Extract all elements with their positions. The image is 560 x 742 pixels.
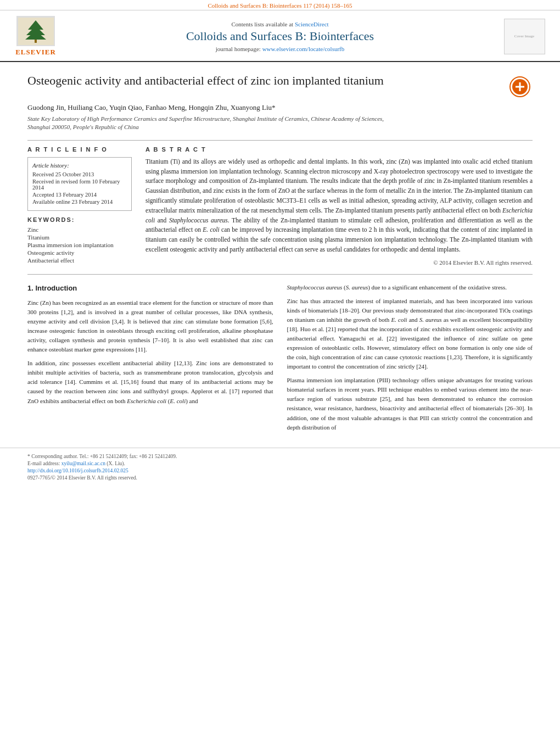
authors-text: Guodong Jin, Huiliang Cao, Yuqin Qiao, F… [27, 103, 276, 111]
journal-homepage: journal homepage: www.elsevier.com/locat… [71, 46, 489, 52]
info-abstract-section: A R T I C L E I N F O Article history: R… [27, 140, 533, 266]
keyword-osteogenic: Osteogenic activity [27, 249, 132, 256]
elsevier-brand-text: ELSEVIER [15, 48, 56, 57]
sciencedirect-link[interactable]: ScienceDirect [295, 21, 329, 27]
article-history-box: Article history: Received 25 October 201… [27, 157, 132, 211]
elsevier-logo: ELSEVIER [11, 16, 60, 57]
journal-logo-right: Cover Image [500, 19, 549, 54]
affiliation-line2: Shanghai 200050, People's Republic of Ch… [27, 124, 139, 130]
header-center: Contents lists available at ScienceDirec… [60, 21, 500, 52]
email-link[interactable]: xyilu@mail.sic.ac.cn [61, 461, 105, 466]
doi-link-container: http://dx.doi.org/10.1016/j.colsurfb.201… [27, 468, 533, 473]
page-header: ELSEVIER Contents lists available at Sci… [0, 10, 560, 62]
authors-line: Guodong Jin, Huiliang Cao, Yuqin Qiao, F… [27, 103, 533, 112]
elsevier-tree-icon [16, 16, 55, 46]
body-columns: 1. Introduction Zinc (Zn) has been recog… [27, 283, 533, 437]
intro-paragraph-3: Staphylococcus aureus (S. aureus) due to… [287, 283, 533, 292]
footnote-2: E-mail address: xyilu@mail.sic.ac.cn (X.… [27, 461, 533, 466]
keyword-titanium: Titanium [27, 234, 132, 241]
journal-homepage-link[interactable]: www.elsevier.com/locate/colsurfb [262, 46, 345, 52]
article-title-text: Osteogenic activity and antibacterial ef… [27, 73, 500, 89]
intro-paragraph-1: Zinc (Zn) has been recognized as an esse… [27, 298, 273, 354]
keyword-piii: Plasma immersion ion implantation [27, 242, 132, 248]
introduction-heading: 1. Introduction [27, 283, 273, 294]
journal-title: Colloids and Surfaces B: Biointerfaces [71, 29, 489, 43]
elsevier-tree-svg [18, 18, 54, 45]
keywords-heading: Keywords: [27, 216, 132, 223]
received-date: Received 25 October 2013 [32, 171, 127, 177]
affiliation: State Key Laboratory of High Performance… [27, 115, 533, 132]
crossmark-logo [508, 76, 533, 98]
article-info-heading: A R T I C L E I N F O [27, 146, 132, 153]
intro-paragraph-2: In addition, zinc possesses excellent an… [27, 359, 273, 405]
available-date: Available online 23 February 2014 [32, 199, 127, 205]
doi-link[interactable]: http://dx.doi.org/10.1016/j.colsurfb.201… [27, 468, 128, 473]
intro-paragraph-5: Plasma immersion ion implantation (PIII)… [287, 376, 533, 432]
journal-cover-image: Cover Image [504, 19, 545, 54]
issn-text: 0927-7765/© 2014 Elsevier B.V. All right… [27, 475, 533, 481]
keywords-section: Keywords: Zinc Titanium Plasma immersion… [27, 216, 132, 264]
abstract-text: Titanium (Ti) and its alloys are widely … [145, 157, 533, 255]
keyword-zinc: Zinc [27, 226, 132, 233]
footnote-1: * Corresponding author. Tel.: +86 21 524… [27, 454, 533, 459]
sciencedirect-label: Contents lists available at ScienceDirec… [71, 21, 489, 27]
article-content: Osteogenic activity and antibacterial ef… [0, 62, 560, 448]
keyword-antibacterial: Antibacterial effect [27, 257, 132, 264]
copyright-text: © 2014 Elsevier B.V. All rights reserved… [145, 259, 533, 266]
journal-citation: Colloids and Surfaces B: Biointerfaces 1… [208, 2, 352, 9]
intro-paragraph-4: Zinc has thus attracted the interest of … [287, 297, 533, 371]
article-info-column: A R T I C L E I N F O Article history: R… [27, 146, 132, 266]
abstract-column: A B S T R A C T Titanium (Ti) and its al… [145, 146, 533, 266]
body-left-column: 1. Introduction Zinc (Zn) has been recog… [27, 283, 273, 437]
page-footer: * Corresponding author. Tel.: +86 21 524… [0, 448, 560, 487]
received-revised-date: Received in revised form 10 February 201… [32, 178, 127, 191]
affiliation-line1: State Key Laboratory of High Performance… [27, 115, 384, 122]
body-right-column: Staphylococcus aureus (S. aureus) due to… [287, 283, 533, 437]
section-divider [27, 274, 533, 275]
accepted-date: Accepted 13 February 2014 [32, 192, 127, 198]
history-title: Article history: [32, 162, 127, 169]
journal-bar: Colloids and Surfaces B: Biointerfaces 1… [0, 0, 560, 10]
abstract-heading: A B S T R A C T [145, 146, 533, 153]
article-title-section: Osteogenic activity and antibacterial ef… [27, 73, 533, 98]
